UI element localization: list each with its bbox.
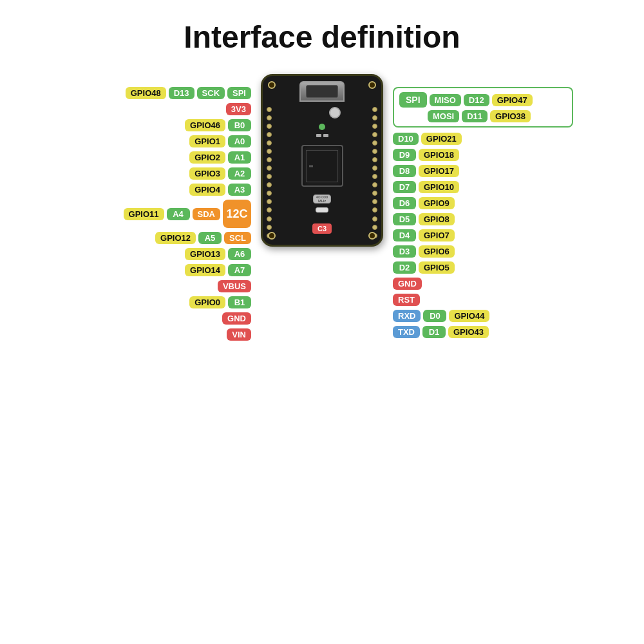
pin-dot-right-1 [372, 107, 377, 112]
badge-d5: D5 [393, 213, 416, 225]
badge-d0: D0 [423, 310, 446, 322]
badge-d9: D9 [393, 149, 416, 161]
badge-i2c: 12C [223, 200, 251, 228]
pin-row-rst: RST [393, 294, 573, 306]
badge-gpio7: GPIO7 [419, 229, 455, 242]
badge-gpio12: GPIO12 [155, 232, 196, 244]
pin-row-gpio0: GPIO0 B1 [71, 296, 251, 308]
pin-dot-left-7 [267, 157, 272, 162]
pin-row-d8: D8 GPIO17 [393, 165, 573, 177]
pin-dot-right-13 [372, 207, 377, 213]
pin-row-txd: TXD D1 GPIO43 [393, 326, 573, 338]
badge-gpio2: GPIO2 [189, 151, 225, 164]
pin-dot-right-7 [372, 157, 377, 162]
badge-rxd: RXD [393, 310, 421, 322]
badge-spi-left: SPI [227, 87, 251, 99]
pin-dot-right-12 [372, 199, 377, 204]
badge-d4: D4 [393, 229, 416, 242]
badge-d2: D2 [393, 261, 416, 274]
badge-rst: RST [393, 294, 420, 306]
pin-dot-right-6 [372, 149, 377, 154]
badge-3v3: 3V3 [226, 103, 251, 115]
badge-d7: D7 [393, 181, 416, 193]
pin-dot-left-1 [267, 107, 272, 112]
badge-d6: D6 [393, 197, 416, 209]
badge-txd: TXD [393, 326, 420, 338]
badge-gpio14: GPIO14 [185, 264, 225, 276]
pin-row-gnd-right: GND [393, 278, 573, 290]
board-container: 40.000MHz [251, 68, 393, 247]
badge-b1: B1 [228, 296, 251, 308]
pin-dot-left-10 [267, 182, 272, 187]
badge-scl: SCL [224, 232, 251, 244]
pin-dot-right-4 [372, 132, 377, 137]
badge-d13: D13 [169, 87, 194, 99]
right-panel: SPI MISO D12 GPIO47 MOSI D11 GPIO38 D10 … [393, 68, 573, 338]
pin-row-d9: D9 GPIO18 [393, 149, 573, 161]
badge-vbus: VBUS [218, 280, 251, 292]
pin-row-gnd-left: GND [71, 312, 251, 325]
corner-hole-tl [268, 81, 276, 89]
badge-spi-right: SPI [399, 92, 427, 108]
pin-dot-left-5 [267, 140, 272, 146]
badge-sda: SDA [193, 208, 220, 220]
badge-d8: D8 [393, 165, 416, 177]
badge-gpio6: GPIO6 [419, 245, 455, 258]
pin-row-vbus: VBUS [71, 280, 251, 292]
pin-dot-left-13 [267, 207, 272, 213]
pin-row-gpio46: GPIO46 B0 [71, 119, 251, 131]
badge-gpio10: GPIO10 [419, 181, 459, 193]
pin-dot-right-10 [372, 182, 377, 187]
pin-row-d6: D6 GPIO9 [393, 197, 573, 209]
main-layout: GPIO48 D13 SCK SPI 3V3 GPIO46 B0 GPIO1 A… [0, 68, 644, 341]
badge-d12: D12 [464, 94, 489, 106]
badge-gpio9: GPIO9 [419, 197, 455, 209]
rst-button [329, 107, 341, 118]
badge-gpio44: GPIO44 [449, 310, 489, 322]
badge-gpio1: GPIO1 [189, 135, 225, 147]
pin-row-gpio2: GPIO2 A1 [71, 151, 251, 164]
badge-gpio8: GPIO8 [419, 213, 455, 225]
badge-sck: SCK [197, 87, 225, 99]
badge-a2: A2 [228, 167, 251, 180]
pin-dot-right-5 [372, 140, 377, 146]
badge-gnd-right: GND [393, 278, 422, 290]
small-crystal [316, 207, 328, 213]
badge-gpio13: GPIO13 [185, 248, 225, 260]
pin-row-vin: VIN [71, 328, 251, 341]
badge-a3: A3 [228, 184, 251, 196]
pin-row-3v3: 3V3 [71, 103, 251, 115]
badge-gpio47: GPIO47 [492, 94, 533, 106]
badge-gpio38: GPIO38 [490, 110, 531, 122]
pin-row-gpio13: GPIO13 A6 [71, 248, 251, 260]
spi-miso-row: SPI MISO D12 GPIO47 [399, 92, 567, 108]
spi-mosi-row: MOSI D11 GPIO38 [399, 110, 567, 122]
pin-row-gpio48: GPIO48 D13 SCK SPI [71, 87, 251, 99]
c3-label: C3 [312, 223, 332, 234]
badge-d1: D1 [422, 326, 446, 338]
corner-hole-br [368, 232, 376, 240]
badge-miso: MISO [430, 94, 461, 106]
badge-gpio3: GPIO3 [189, 167, 225, 180]
pcb-board: 40.000MHz [261, 74, 383, 247]
badge-gnd-left: GND [222, 312, 251, 325]
badge-gpio48: GPIO48 [126, 87, 166, 99]
pin-dot-left-6 [267, 149, 272, 154]
badge-a4: A4 [167, 208, 190, 220]
corner-hole-bl [268, 232, 276, 240]
badge-a6: A6 [228, 248, 251, 260]
pin-row-d4: D4 GPIO7 [393, 229, 573, 242]
badge-vin: VIN [227, 328, 251, 341]
badge-d3: D3 [393, 245, 416, 258]
badge-gpio0: GPIO0 [189, 296, 225, 308]
pin-row-d10: D10 GPIO21 [393, 133, 573, 145]
badge-gpio17: GPIO17 [419, 165, 459, 177]
pin-row-rxd: RXD D0 GPIO44 [393, 310, 573, 322]
pin-dot-right-b1 [372, 216, 377, 222]
corner-hole-tr [368, 81, 376, 89]
pin-row-gpio4: GPIO4 A3 [71, 184, 251, 196]
pin-dot-right-2 [372, 115, 377, 120]
pin-dot-left-b2 [267, 225, 272, 230]
pin-dot-left-3 [267, 124, 272, 129]
badge-b0: B0 [228, 119, 251, 131]
